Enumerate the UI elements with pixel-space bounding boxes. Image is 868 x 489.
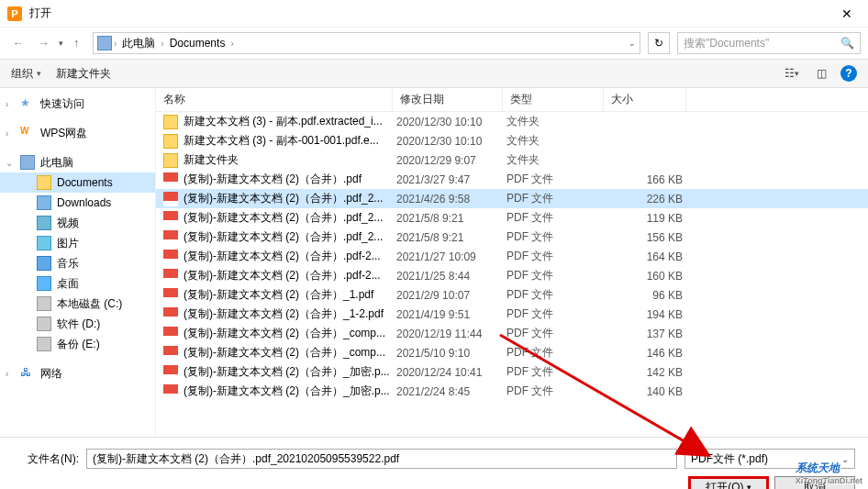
sidebar-downloads[interactable]: Downloads bbox=[0, 193, 155, 213]
file-date: 2021/4/26 9:58 bbox=[396, 193, 506, 206]
watermark: 系统天地 XiTongTianDi.net bbox=[796, 459, 862, 485]
column-type[interactable]: 类型 bbox=[503, 88, 604, 111]
pdf-icon bbox=[163, 211, 178, 226]
sidebar-music[interactable]: 音乐 bbox=[0, 253, 155, 273]
file-date: 2021/2/24 8:45 bbox=[396, 385, 506, 398]
file-date: 2020/12/19 11:44 bbox=[396, 328, 506, 340]
toolbar: 组织 ▾ 新建文件夹 ☷ ▾ ◫ ? bbox=[0, 59, 868, 88]
file-name: (复制)-新建文本文档 (2)（合并）_1-2.pdf bbox=[184, 306, 396, 322]
file-type: PDF 文件 bbox=[506, 249, 607, 264]
file-type: 文件夹 bbox=[506, 133, 607, 149]
breadcrumb-bar[interactable]: › 此电脑 › Documents › ⌄ bbox=[93, 32, 640, 54]
sidebar-desktop[interactable]: 桌面 bbox=[0, 273, 155, 294]
breadcrumb-pc[interactable]: 此电脑 bbox=[118, 36, 159, 51]
close-button[interactable]: ✕ bbox=[833, 6, 861, 21]
sidebar-documents[interactable]: Documents bbox=[0, 172, 155, 193]
file-row[interactable]: (复制)-新建文本文档 (2)（合并）.pdf-2...2021/1/25 8:… bbox=[156, 266, 868, 285]
sidebar-pictures[interactable]: 图片 bbox=[0, 233, 155, 253]
file-row[interactable]: (复制)-新建文本文档 (2)（合并）_comp...2020/12/19 11… bbox=[156, 324, 868, 343]
file-size: 166 KB bbox=[607, 173, 690, 186]
history-dropdown[interactable]: ▾ bbox=[59, 39, 63, 48]
file-row[interactable]: (复制)-新建文本文档 (2)（合并）_comp...2021/5/10 9:1… bbox=[156, 343, 868, 362]
sidebar-videos[interactable]: 视频 bbox=[0, 213, 155, 233]
file-type: PDF 文件 bbox=[506, 210, 607, 226]
file-size: 226 KB bbox=[607, 193, 690, 206]
folder-icon bbox=[163, 134, 178, 149]
file-row[interactable]: (复制)-新建文本文档 (2)（合并）_1-2.pdf2021/4/19 9:5… bbox=[156, 305, 868, 324]
sidebar-quickaccess[interactable]: ›★快速访问 bbox=[0, 94, 155, 114]
file-row[interactable]: (复制)-新建文本文档 (2)（合并）.pdf_2...2021/5/8 9:2… bbox=[156, 208, 868, 228]
view-options-button[interactable]: ☷ ▾ bbox=[782, 65, 802, 82]
file-name: (复制)-新建文本文档 (2)（合并）.pdf-2... bbox=[184, 249, 396, 264]
file-size: 140 KB bbox=[607, 385, 690, 398]
column-size[interactable]: 大小 bbox=[604, 88, 686, 111]
search-input[interactable]: 搜索"Documents" 🔍 bbox=[677, 32, 861, 54]
preview-pane-button[interactable]: ◫ bbox=[811, 65, 831, 82]
file-name: (复制)-新建文本文档 (2)（合并）_1.pdf bbox=[184, 287, 396, 303]
sidebar-ddrive[interactable]: 软件 (D:) bbox=[0, 314, 155, 334]
file-row[interactable]: (复制)-新建文本文档 (2)（合并）_加密.p...2021/2/24 8:4… bbox=[156, 382, 868, 401]
up-button[interactable]: ↑ bbox=[67, 34, 85, 52]
breadcrumb-documents[interactable]: Documents bbox=[166, 37, 229, 50]
help-icon[interactable]: ? bbox=[840, 65, 857, 82]
forward-button[interactable]: → bbox=[33, 32, 55, 54]
file-type: PDF 文件 bbox=[506, 268, 607, 283]
file-name: (复制)-新建文本文档 (2)（合并）_comp... bbox=[184, 345, 396, 361]
file-list: 新建文本文档 (3) - 副本.pdf.extracted_i...2020/1… bbox=[156, 112, 868, 437]
sidebar-pc[interactable]: ⌄此电脑 bbox=[0, 152, 155, 172]
file-row[interactable]: (复制)-新建文本文档 (2)（合并）_加密.p...2020/12/24 10… bbox=[156, 362, 868, 382]
file-row[interactable]: (复制)-新建文本文档 (2)（合并）.pdf-2...2021/1/27 10… bbox=[156, 247, 868, 266]
newfolder-button[interactable]: 新建文件夹 bbox=[56, 66, 111, 82]
sidebar-cdrive[interactable]: 本地磁盘 (C:) bbox=[0, 294, 155, 314]
folder-icon bbox=[163, 115, 178, 129]
file-size: 142 KB bbox=[607, 366, 690, 379]
file-type: PDF 文件 bbox=[506, 229, 607, 245]
file-row[interactable]: 新建文件夹2020/12/29 9:07文件夹 bbox=[156, 150, 868, 170]
file-type: PDF 文件 bbox=[506, 383, 607, 399]
file-name: (复制)-新建文本文档 (2)（合并）_加密.p... bbox=[184, 364, 396, 380]
file-date: 2021/5/8 9:21 bbox=[396, 212, 506, 225]
organize-button[interactable]: 组织 ▾ bbox=[11, 66, 41, 82]
file-type: 文件夹 bbox=[506, 152, 607, 168]
file-name: (复制)-新建文本文档 (2)（合并）.pdf_2... bbox=[184, 191, 396, 206]
file-date: 2020/12/24 10:41 bbox=[396, 366, 506, 379]
pdf-icon bbox=[163, 327, 178, 341]
app-icon: P bbox=[7, 6, 22, 21]
sidebar-wps[interactable]: ›WWPS网盘 bbox=[0, 123, 155, 143]
pdf-icon bbox=[163, 288, 178, 303]
file-size: 164 KB bbox=[607, 250, 690, 263]
file-name: (复制)-新建文本文档 (2)（合并）.pdf_2... bbox=[184, 210, 396, 226]
pdf-icon bbox=[163, 269, 178, 283]
file-row[interactable]: 新建文本文档 (3) - 副本-001-001.pdf.e...2020/12/… bbox=[156, 131, 868, 150]
sidebar-network[interactable]: ›🖧网络 bbox=[0, 363, 155, 383]
pdf-icon bbox=[163, 384, 178, 399]
file-row[interactable]: (复制)-新建文本文档 (2)（合并）.pdf_2...2021/5/8 9:2… bbox=[156, 228, 868, 247]
file-size: 160 KB bbox=[607, 270, 690, 283]
pdf-icon bbox=[163, 192, 178, 206]
pdf-icon bbox=[163, 365, 178, 380]
pc-icon bbox=[97, 36, 112, 50]
file-size: 119 KB bbox=[607, 212, 690, 225]
file-name: (复制)-新建文本文档 (2)（合并）.pdf-2... bbox=[184, 268, 396, 283]
file-type: PDF 文件 bbox=[506, 172, 607, 187]
file-row[interactable]: (复制)-新建文本文档 (2)（合并）.pdf_2...2021/4/26 9:… bbox=[156, 189, 868, 208]
file-name: (复制)-新建文本文档 (2)（合并）_comp... bbox=[184, 326, 396, 341]
file-name: 新建文本文档 (3) - 副本.pdf.extracted_i... bbox=[184, 114, 396, 129]
file-type: PDF 文件 bbox=[506, 326, 607, 341]
file-row[interactable]: (复制)-新建文本文档 (2)（合并）_1.pdf2021/2/9 10:07P… bbox=[156, 285, 868, 305]
file-row[interactable]: (复制)-新建文本文档 (2)（合并）.pdf2021/3/27 9:47PDF… bbox=[156, 170, 868, 189]
search-placeholder: 搜索"Documents" bbox=[684, 36, 769, 51]
back-button[interactable]: ← bbox=[7, 32, 29, 54]
breadcrumb-dropdown[interactable]: ⌄ bbox=[629, 39, 636, 48]
chevron-right-icon: › bbox=[230, 39, 233, 49]
refresh-button[interactable]: ↻ bbox=[648, 32, 670, 54]
open-button[interactable]: 打开(O) ▾ bbox=[688, 476, 769, 489]
column-name[interactable]: 名称 bbox=[156, 88, 393, 111]
file-date: 2021/3/27 9:47 bbox=[396, 173, 506, 186]
column-date[interactable]: 修改日期 bbox=[393, 88, 503, 111]
file-pane: 名称 修改日期 类型 大小 新建文本文档 (3) - 副本.pdf.extrac… bbox=[156, 88, 868, 437]
file-row[interactable]: 新建文本文档 (3) - 副本.pdf.extracted_i...2020/1… bbox=[156, 112, 868, 131]
file-type: PDF 文件 bbox=[506, 191, 607, 206]
sidebar-edrive[interactable]: 备份 (E:) bbox=[0, 334, 155, 354]
filename-input[interactable] bbox=[86, 449, 677, 469]
